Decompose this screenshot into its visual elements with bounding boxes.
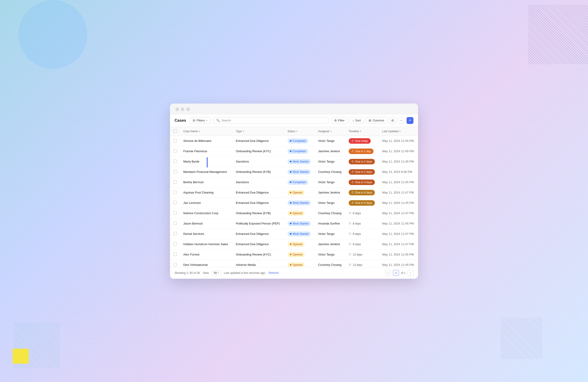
row-checkbox[interactable] (173, 149, 177, 153)
cell-status: Completed (284, 177, 315, 187)
select-all-header[interactable] (170, 127, 180, 136)
cell-last-updated: May 13, 2024 8:46 PM (379, 167, 418, 177)
row-checkbox-cell (170, 198, 180, 208)
title-bar (170, 103, 418, 114)
timeline-badge: ⏱Due in 2 days (349, 169, 375, 175)
row-checkbox[interactable] (173, 160, 177, 163)
timeline-badge: ⏱13 days (349, 252, 362, 257)
traffic-light-maximize[interactable] (187, 108, 190, 111)
filters-button[interactable]: ⊟ Filters ▾ (190, 117, 210, 124)
cell-timeline: ⏱13 days (345, 249, 379, 260)
cell-last-updated: May 11, 2024 11:47 PM (379, 229, 418, 239)
col-assignee[interactable]: Assignee ▾ (315, 127, 345, 136)
table-row[interactable]: Bertha BermudSanctionsCompletedVictor Ta… (170, 177, 418, 187)
row-checkbox[interactable] (173, 263, 177, 266)
status-badge: Completed (288, 180, 308, 185)
row-checkbox-cell (170, 260, 180, 267)
table-row[interactable]: Alex ForrestOnboarding Review (KYC)Opene… (170, 249, 418, 260)
cell-timeline: ⏱Due in 2 days (345, 156, 379, 167)
cell-assignee: Jasmine Jenkins (315, 187, 345, 198)
search-icon: 🔍 (216, 119, 220, 122)
row-checkbox[interactable] (173, 201, 177, 204)
timeline-badge: ⏱Due in 2 days (349, 159, 375, 164)
showing-text: Showing 1–30 of 30 (175, 271, 200, 275)
cell-case-name: Simone de Billionaire (180, 136, 233, 146)
table-row[interactable]: Jan LevinsonEnhanced Due DiligenceWork S… (170, 198, 418, 208)
gear-icon: ⚙ (391, 119, 394, 122)
sort-button[interactable]: ↕ Sort (349, 117, 364, 124)
row-checkbox[interactable] (173, 253, 177, 256)
cell-timeline: ⏱Due in 4 days (345, 187, 379, 198)
cases-table: Case Name ▾ Type ▾ Status ▾ (170, 127, 418, 267)
cell-type: Enhanced Due Diligence (233, 136, 284, 146)
settings-button[interactable]: ⚙ (389, 117, 396, 124)
col-status[interactable]: Status ▾ (284, 127, 315, 136)
columns-button[interactable]: ⊞ Columns (366, 117, 387, 124)
cell-last-updated: May 11, 2024 11:47 PM (379, 208, 418, 218)
row-checkbox[interactable] (173, 221, 177, 225)
sort-case-name-icon: ▾ (199, 130, 200, 132)
row-checkbox[interactable] (173, 211, 177, 215)
cell-timeline: ⏱13 days (345, 260, 379, 267)
table-row[interactable]: Hobbes Humdrum Hummer SalesEnhanced Due … (170, 239, 418, 249)
cell-timeline: ⏱6 days (345, 208, 379, 218)
cell-status: Work Started (284, 198, 315, 208)
cell-status: Completed (284, 146, 315, 156)
status-dot (290, 181, 292, 183)
status-badge: Work Started (288, 169, 311, 175)
row-checkbox[interactable] (173, 170, 177, 173)
view-chevron-icon: ▾ (218, 272, 219, 274)
cell-assignee: Victor Tango (315, 229, 345, 239)
traffic-light-minimize[interactable] (181, 108, 184, 111)
plus-icon: + (409, 118, 411, 123)
row-checkbox[interactable] (173, 242, 177, 246)
clock-icon: ⏱ (351, 140, 354, 142)
row-checkbox[interactable] (173, 232, 177, 235)
timeline-badge: ⏱Due today (349, 138, 371, 144)
table-row[interactable]: Notnice Construction CorpOnboarding Revi… (170, 208, 418, 218)
filter2-icon: ⧉ (335, 119, 336, 122)
current-page[interactable]: 1 (393, 270, 399, 276)
table-header-row: Case Name ▾ Type ▾ Status ▾ (170, 127, 418, 136)
cell-last-updated: May 11, 2024 11:45 PM (379, 177, 418, 187)
table-row[interactable]: Frannie FeloniousOnboarding Review (KYC)… (170, 146, 418, 156)
refresh-link[interactable]: Refresh (269, 271, 279, 275)
col-type[interactable]: Type ▾ (233, 127, 284, 136)
timeline-badge: ⏱8 days (349, 221, 361, 226)
col-case-name[interactable]: Case Name ▾ (180, 127, 233, 136)
row-checkbox[interactable] (173, 139, 177, 142)
more-button[interactable]: ⋯ (398, 117, 405, 124)
clock-icon: ⏱ (351, 181, 354, 184)
table-row[interactable]: Aquinas Pool CleaningEnhanced Due Dilige… (170, 187, 418, 198)
table-row[interactable]: Simone de BillionaireEnhanced Due Dilige… (170, 136, 418, 146)
add-button[interactable]: + (407, 117, 413, 124)
next-page-button[interactable]: › (407, 270, 413, 276)
table-row[interactable]: Dental ServicesEnhanced Due DiligenceWor… (170, 229, 418, 239)
col-last-updated[interactable]: Last Updated ▾ (379, 127, 418, 136)
col-timeline[interactable]: Timeline ▾ (345, 127, 379, 136)
search-box[interactable]: 🔍 Search (213, 117, 329, 124)
cell-type: Enhanced Due Diligence (233, 187, 284, 198)
table-wrap: Case Name ▾ Type ▾ Status ▾ (170, 127, 418, 267)
cell-assignee: Courtney Chuang (315, 208, 345, 218)
cell-status: Opened (284, 187, 315, 198)
clock-icon: ⏱ (351, 150, 354, 153)
row-checkbox[interactable] (173, 191, 177, 194)
clock-icon: ⏱ (351, 201, 354, 204)
table-row[interactable]: Mandarin Financial ManagementOnboarding … (170, 167, 418, 177)
status-dot (290, 202, 292, 204)
cell-last-updated: May 11, 2024 11:47 PM (379, 239, 418, 249)
view-select[interactable]: 50 ▾ (211, 270, 221, 276)
status-badge: Completed (288, 149, 308, 154)
row-checkbox[interactable] (173, 180, 177, 184)
filter-button[interactable]: ⧉ Filter (332, 117, 348, 124)
table-row[interactable]: Jason BermudPolitically Exposed Person (… (170, 218, 418, 229)
cell-assignee: Amanda Gorfine (315, 218, 345, 229)
timeline-badge: ⏱6 days (349, 211, 361, 216)
prev-page-button[interactable]: ‹ (385, 270, 391, 276)
table-footer: Showing 1–30 of 30 View 50 ▾ Last update… (170, 267, 418, 279)
cell-timeline: ⏱Due in 3 days (345, 177, 379, 187)
table-row[interactable]: Devi VishwakumarAdverse MediaOpenedCourt… (170, 260, 418, 267)
traffic-light-close[interactable] (175, 108, 179, 111)
select-all-checkbox[interactable] (173, 129, 177, 133)
